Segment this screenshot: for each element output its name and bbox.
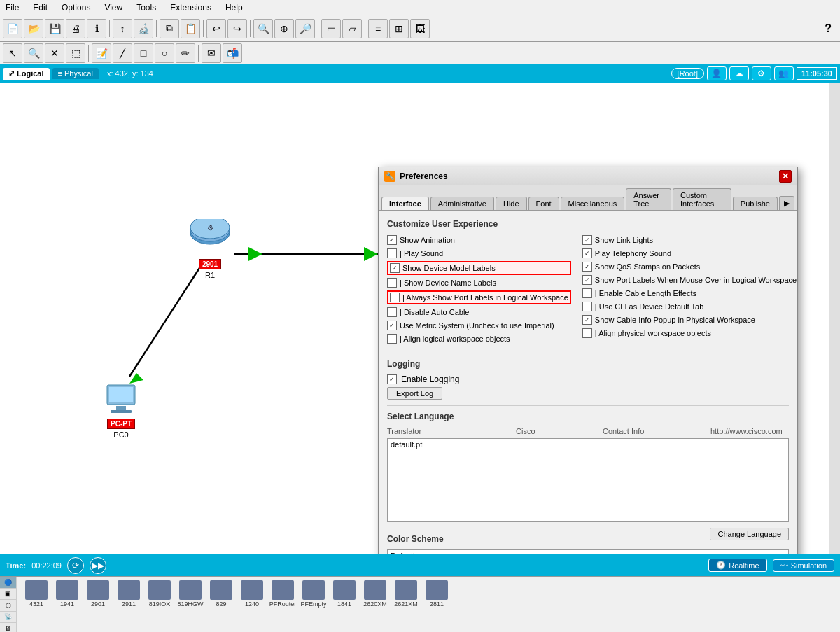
time-play-btn[interactable]: ▶▶ — [90, 557, 106, 574]
option-align-physical[interactable]: | Align physical workspace objects — [582, 328, 797, 339]
device-item-829[interactable]: 829 — [207, 580, 235, 608]
delete-btn[interactable]: ✕ — [45, 43, 64, 63]
right-scrollbar[interactable] — [829, 83, 840, 554]
device-type-pc[interactable]: 🖥 — [0, 623, 16, 632]
realtime-btn[interactable]: 🕐 Realtime — [708, 559, 766, 572]
device-type-switch[interactable]: ▣ — [0, 589, 16, 601]
export-log-btn[interactable]: Export Log — [387, 387, 442, 400]
checkbox-animation[interactable] — [387, 235, 397, 245]
device-item-pfrouter[interactable]: PFRouter — [269, 580, 297, 608]
simulation-btn[interactable]: 〰 Simulation — [773, 559, 834, 572]
pencil-btn[interactable]: ✏ — [176, 43, 195, 63]
checkbox-port-labels[interactable] — [390, 293, 400, 302]
device-item-1841[interactable]: 1841 — [330, 580, 358, 608]
device-item-819iox[interactable]: 819IOX — [146, 580, 174, 608]
menu-view[interactable]: View — [102, 1, 125, 14]
time-reset-btn[interactable]: ⟳ — [67, 557, 84, 574]
people-icon-btn[interactable]: 👥 — [774, 66, 794, 80]
img-btn[interactable]: 🖼 — [410, 19, 430, 38]
checkbox-cable-info[interactable] — [582, 315, 592, 325]
option-link-lights[interactable]: Show Link Lights — [582, 234, 797, 246]
network-canvas[interactable]: ⚙ 2901 R1 PC-PT PC0 🔧 Preferences ✕ — [0, 83, 829, 554]
device-type-hub[interactable]: ⬡ — [0, 600, 16, 612]
device-item-4321[interactable]: 4321 — [22, 580, 50, 608]
device-item-2620xm[interactable]: 2620XM — [361, 580, 389, 608]
device-item-1240[interactable]: 1240 — [238, 580, 266, 608]
inspect-btn[interactable]: 🔬 — [134, 19, 153, 38]
user-icon-btn[interactable]: 👤 — [707, 66, 727, 80]
menu-edit[interactable]: Edit — [30, 1, 50, 14]
print-btn[interactable]: 🖨 — [66, 19, 85, 38]
move-btn[interactable]: ↕ — [113, 19, 132, 38]
open-btn[interactable]: 📂 — [24, 19, 43, 38]
settings-icon-btn[interactable]: ⚙ — [752, 66, 771, 80]
option-cli-default[interactable]: | Use CLI as Device Default Tab — [582, 301, 797, 312]
rect2-btn[interactable]: □ — [134, 43, 153, 63]
pc-device[interactable]: PC-PT PC0 — [104, 384, 139, 439]
option-telephony-sound[interactable]: Play Telephony Sound — [582, 248, 797, 259]
paste-btn[interactable]: 📋 — [181, 19, 200, 38]
checkbox-logging[interactable] — [387, 374, 397, 384]
checkbox-align-physical[interactable] — [582, 328, 592, 338]
root-btn[interactable]: [Root] — [671, 68, 704, 79]
tab-hide[interactable]: Hide — [496, 197, 527, 210]
cloud-icon-btn[interactable]: ☁ — [729, 66, 749, 80]
option-cable-info-popup[interactable]: Show Cable Info Popup in Physical Worksp… — [582, 314, 797, 325]
checkbox-link-lights[interactable] — [582, 235, 592, 245]
checkbox-sound[interactable] — [387, 248, 397, 258]
tab-answer-tree[interactable]: Answer Tree — [626, 188, 671, 210]
checkbox-qos[interactable] — [582, 262, 592, 272]
oval-btn[interactable]: ▱ — [342, 19, 362, 38]
device-item-2911[interactable]: 2911 — [115, 580, 143, 608]
select-btn[interactable]: ↖ — [3, 43, 22, 63]
device-item-2811[interactable]: 2811 — [423, 580, 451, 608]
preferences-dialog[interactable]: 🔧 Preferences ✕ Interface Administrative… — [378, 167, 798, 554]
save-btn[interactable]: 💾 — [45, 19, 64, 38]
tab-font[interactable]: Font — [528, 197, 559, 210]
dialog-close-btn[interactable]: ✕ — [779, 170, 792, 183]
note-btn[interactable]: 📝 — [92, 43, 111, 63]
ellipse-btn[interactable]: ○ — [155, 43, 174, 63]
menu-extensions[interactable]: Extensions — [167, 1, 214, 14]
checkbox-telephony[interactable] — [582, 248, 592, 258]
info-btn[interactable]: ℹ — [87, 19, 106, 38]
tab-interface[interactable]: Interface — [382, 197, 429, 210]
tab-custom-interfaces[interactable]: Custom Interfaces — [673, 188, 732, 210]
zoom-reset-btn[interactable]: ⊕ — [274, 19, 294, 38]
checkbox-port-mouse[interactable] — [582, 275, 592, 285]
help-btn[interactable]: ? — [825, 22, 837, 35]
tab-publishe[interactable]: Publishe — [733, 197, 778, 210]
rect-btn[interactable]: ▭ — [321, 19, 341, 38]
option-metric-system[interactable]: Use Metric System (Uncheck to use Imperi… — [387, 320, 571, 331]
color-scheme-select[interactable]: Default — [387, 549, 789, 554]
checkbox-align-logical[interactable] — [387, 334, 397, 344]
line-btn[interactable]: ╱ — [113, 43, 132, 63]
option-show-animation[interactable]: Show Animation — [387, 234, 571, 246]
router-device[interactable]: ⚙ 2901 R1 — [189, 219, 231, 279]
tab-more-btn[interactable]: ▶ — [779, 196, 794, 210]
checkbox-metric[interactable] — [387, 321, 397, 330]
device-item-2621xm[interactable]: 2621XM — [392, 580, 420, 608]
list-btn[interactable]: ≡ — [368, 19, 388, 38]
language-table[interactable]: default.ptl — [387, 438, 789, 522]
copy-btn[interactable]: ⧉ — [160, 19, 179, 38]
option-play-sound[interactable]: | Play Sound — [387, 248, 571, 259]
option-device-name-labels[interactable]: | Show Device Name Labels — [387, 277, 571, 288]
device-item-1941[interactable]: 1941 — [53, 580, 81, 608]
tab-miscellaneous[interactable]: Miscellaneous — [561, 197, 625, 210]
option-qos-stamps[interactable]: Show QoS Stamps on Packets — [582, 261, 797, 272]
zoom-out-btn[interactable]: 🔎 — [295, 19, 315, 38]
tab-administrative[interactable]: Administrative — [430, 197, 494, 210]
select-rect-btn[interactable]: ⬚ — [66, 43, 85, 63]
option-cable-length[interactable]: | Enable Cable Length Effects — [582, 288, 797, 299]
grid-btn[interactable]: ⊞ — [389, 19, 409, 38]
undo-btn[interactable]: ↩ — [206, 19, 226, 38]
option-disable-auto-cable[interactable]: | Disable Auto Cable — [387, 307, 571, 318]
option-port-labels-mouse[interactable]: Show Port Labels When Mouse Over in Logi… — [582, 274, 797, 286]
option-align-logical[interactable]: | Align logical workspace objects — [387, 333, 571, 344]
physical-tab[interactable]: ≡ Physical — [52, 68, 99, 79]
checkbox-auto-cable[interactable] — [387, 307, 397, 317]
checkbox-cli-default[interactable] — [582, 302, 592, 311]
device-item-2901[interactable]: 2901 — [84, 580, 112, 608]
device-type-router[interactable]: 🔵 — [0, 577, 16, 589]
